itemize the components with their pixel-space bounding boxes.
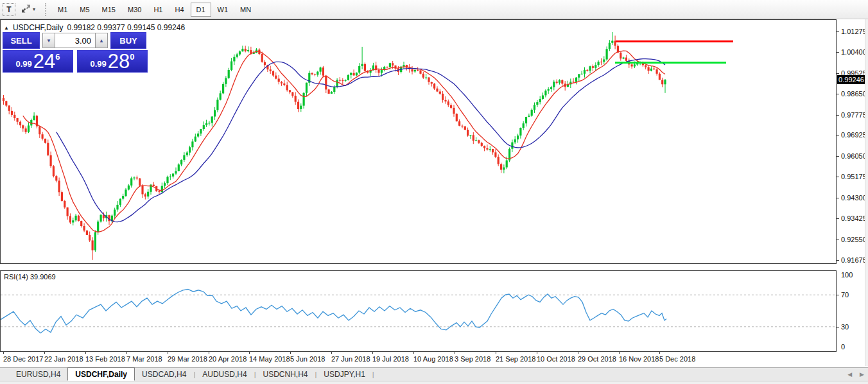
- price-tick: [837, 240, 839, 240]
- chart-tab-bar: EURUSD,H4USDCHF,DailyUSDCAD,H4|AUDUSD,H4…: [0, 367, 868, 381]
- rsi-indicator-pane[interactable]: [0, 270, 837, 352]
- text-tool-button[interactable]: T: [3, 3, 15, 16]
- date-tick: [331, 352, 332, 354]
- arrows-tool-button[interactable]: ▾: [17, 3, 40, 16]
- buy-price-small: 0.99: [90, 59, 106, 69]
- timeframe-button-m1[interactable]: M1: [52, 3, 73, 17]
- price-tick: [837, 156, 839, 157]
- timeframe-button-m15[interactable]: M15: [96, 3, 121, 17]
- date-tick: [290, 352, 291, 354]
- date-axis[interactable]: 28 Dec 201722 Jan 201813 Feb 20187 Mar 2…: [0, 352, 837, 366]
- chart-tab-eurusd[interactable]: EURUSD,H4: [9, 368, 67, 381]
- scale-edge-strip: [865, 19, 868, 366]
- tab-scroll-right-icon[interactable]: ▶: [860, 371, 864, 378]
- sell-price-quote[interactable]: 0.99 24 6: [3, 50, 73, 73]
- date-label: 28 Dec 2017: [3, 355, 43, 363]
- chart-tab-usdcnh[interactable]: USDCNH,H4: [256, 368, 315, 381]
- rsi-scale-label: 100: [841, 271, 853, 279]
- chart-header: ▲ USDCHF,Daily 0.99182 0.99377 0.99145 0…: [4, 23, 185, 32]
- sell-price-big: 24: [33, 51, 55, 71]
- date-tick: [619, 352, 620, 354]
- sell-button[interactable]: SELL: [3, 32, 40, 49]
- timeframe-button-m5[interactable]: M5: [74, 3, 95, 17]
- price-tick: [837, 177, 839, 177]
- price-tick: [837, 52, 839, 53]
- timeframe-button-m30[interactable]: M30: [122, 3, 147, 17]
- price-tick: [837, 31, 839, 32]
- date-tick: [168, 352, 168, 354]
- tab-separator: |: [372, 368, 374, 381]
- timeframe-button-d1[interactable]: D1: [191, 3, 211, 17]
- date-tick: [85, 352, 86, 354]
- date-label: 29 Mar 2018: [168, 355, 207, 363]
- price-scale-label: 0.96050: [841, 152, 867, 160]
- buy-price-quote[interactable]: 0.99 28 0: [77, 50, 148, 73]
- price-scale-label: 0.91675: [841, 256, 867, 264]
- tab-scroll-left-icon[interactable]: ◀: [847, 371, 852, 378]
- rsi-tick: [837, 327, 839, 327]
- chart-ohlc-readout: 0.99182 0.99377 0.99145 0.99246: [67, 23, 186, 32]
- volume-decrease-button[interactable]: ▼: [42, 33, 55, 48]
- current-price-tag: 0.99246: [837, 75, 865, 84]
- price-tick: [837, 73, 839, 74]
- timeframe-button-w1[interactable]: W1: [212, 3, 234, 17]
- date-tick: [249, 352, 250, 354]
- chart-tab-usdcad[interactable]: USDCAD,H4: [135, 368, 193, 381]
- collapse-panel-icon[interactable]: ▲: [4, 25, 9, 31]
- price-tick: [837, 218, 839, 219]
- rsi-indicator-label: RSI(14) 39.9069: [4, 273, 56, 281]
- toolbar: T ▾ M1M5M15M30H1H4D1W1MN: [0, 0, 868, 19]
- one-click-trade-panel: SELL ▼ ▲ BUY 0.99 24 6 0.99 28 0: [3, 32, 148, 73]
- date-tick: [578, 352, 578, 354]
- date-tick: [209, 352, 209, 354]
- timeframe-button-mn[interactable]: MN: [234, 3, 257, 17]
- chart-tab-usdchf[interactable]: USDCHF,Daily: [67, 367, 135, 381]
- price-scale-label: 0.96925: [841, 131, 867, 139]
- date-label: 20 Apr 2018: [209, 355, 247, 363]
- timeframe-buttons: M1M5M15M30H1H4D1W1MN: [52, 3, 257, 17]
- timeframe-button-h4[interactable]: H4: [169, 3, 189, 17]
- date-label: 10 Aug 2018: [413, 355, 453, 363]
- volume-input[interactable]: [55, 33, 95, 48]
- date-tick: [659, 352, 660, 354]
- date-tick: [496, 352, 496, 354]
- price-tick: [837, 260, 839, 261]
- date-tick: [44, 352, 45, 354]
- date-label: 16 Nov 2018: [619, 355, 659, 363]
- buy-button[interactable]: BUY: [110, 32, 146, 49]
- chart-symbol-title: USDCHF,Daily: [13, 23, 64, 32]
- price-scale-label: 0.98650: [841, 90, 867, 98]
- status-bar-edge: [0, 381, 868, 384]
- tab-scroll-nav: ◀ ▶: [847, 371, 864, 378]
- toolbar-grip-handle[interactable]: [45, 3, 47, 16]
- price-scale[interactable]: 1.012751.004000.995250.986500.977750.969…: [837, 19, 868, 265]
- price-scale-label: 0.95175: [841, 173, 867, 180]
- chart-tab-audusd[interactable]: AUDUSD,H4: [195, 368, 254, 381]
- ma-slow: [56, 59, 665, 222]
- rsi-scale-label: 70: [841, 291, 849, 299]
- price-scale-label: 0.92550: [841, 236, 867, 243]
- price-scale-label: 0.93425: [841, 214, 867, 222]
- date-tick: [413, 352, 414, 354]
- date-tick: [455, 352, 455, 354]
- date-label: 13 Feb 2018: [85, 355, 125, 363]
- volume-increase-button[interactable]: ▲: [95, 33, 108, 48]
- date-tick: [3, 352, 4, 354]
- date-tick: [126, 352, 127, 354]
- date-label: 5 Dec 2018: [659, 355, 695, 363]
- date-label: 21 Sep 2018: [496, 355, 535, 363]
- price-tick: [837, 115, 839, 116]
- date-tick: [372, 352, 373, 354]
- sell-price-small: 0.99: [15, 59, 31, 69]
- price-tick: [837, 135, 839, 135]
- date-label: 7 Mar 2018: [126, 355, 162, 363]
- buy-price-big: 28: [108, 51, 130, 71]
- price-scale-label: 0.97775: [841, 111, 867, 119]
- price-scale-label: 0.94300: [841, 194, 867, 202]
- arrows-icon: [21, 4, 31, 15]
- timeframe-button-h1[interactable]: H1: [148, 3, 168, 17]
- price-tick: [837, 198, 839, 198]
- chart-tab-usdjpy[interactable]: USDJPY,H1: [317, 368, 372, 381]
- date-label: 10 Oct 2018: [537, 355, 575, 363]
- date-tick: [537, 352, 537, 354]
